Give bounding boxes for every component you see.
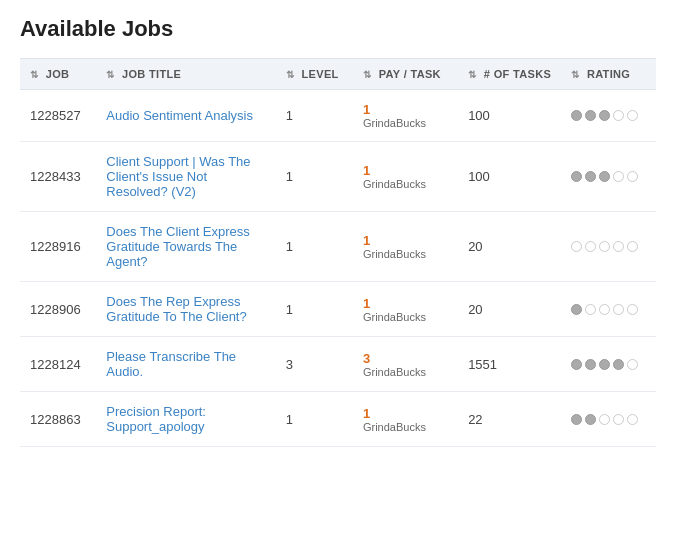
sort-icon-tasks: ⇅ — [468, 69, 476, 80]
rating-dot-empty — [585, 304, 596, 315]
cell-job-title[interactable]: Does The Rep Express Gratitude To The Cl… — [96, 282, 276, 337]
sort-icon-rating: ⇅ — [571, 69, 579, 80]
sort-icon-level: ⇅ — [286, 69, 294, 80]
rating-dots — [571, 304, 646, 315]
rating-dot-empty — [613, 241, 624, 252]
rating-dot-empty — [599, 241, 610, 252]
col-header-job[interactable]: ⇅ JOB — [20, 59, 96, 90]
pay-amount: 1 — [363, 233, 370, 248]
pay-currency: GrindaBucks — [363, 366, 448, 378]
col-header-job-title[interactable]: ⇅ JOB TITLE — [96, 59, 276, 90]
cell-level: 1 — [276, 392, 353, 447]
rating-dots — [571, 241, 646, 252]
cell-job-id: 1228906 — [20, 282, 96, 337]
cell-rating — [561, 212, 656, 282]
rating-dot-filled — [599, 359, 610, 370]
rating-dot-empty — [627, 171, 638, 182]
rating-dot-filled — [613, 359, 624, 370]
cell-num-tasks: 1551 — [458, 337, 561, 392]
cell-level: 1 — [276, 142, 353, 212]
rating-dot-filled — [571, 304, 582, 315]
table-row: 1228433Client Support | Was The Client's… — [20, 142, 656, 212]
pay-currency: GrindaBucks — [363, 311, 448, 323]
rating-dot-empty — [613, 304, 624, 315]
job-title-link[interactable]: Does The Rep Express Gratitude To The Cl… — [106, 294, 266, 324]
rating-dot-empty — [627, 414, 638, 425]
cell-job-title[interactable]: Please Transcribe The Audio. — [96, 337, 276, 392]
rating-dots — [571, 171, 646, 182]
rating-dots — [571, 414, 646, 425]
table-row: 1228906Does The Rep Express Gratitude To… — [20, 282, 656, 337]
cell-job-title[interactable]: Client Support | Was The Client's Issue … — [96, 142, 276, 212]
rating-dot-empty — [599, 304, 610, 315]
cell-num-tasks: 20 — [458, 212, 561, 282]
pay-currency: GrindaBucks — [363, 248, 448, 260]
pay-amount: 3 — [363, 351, 370, 366]
rating-dot-filled — [571, 359, 582, 370]
page-title: Available Jobs — [20, 16, 656, 42]
cell-level: 1 — [276, 212, 353, 282]
rating-dot-empty — [613, 414, 624, 425]
rating-dot-filled — [585, 414, 596, 425]
rating-dot-empty — [613, 171, 624, 182]
col-header-level[interactable]: ⇅ LEVEL — [276, 59, 353, 90]
cell-rating — [561, 337, 656, 392]
col-header-pay[interactable]: ⇅ PAY / TASK — [353, 59, 458, 90]
job-title-link[interactable]: Please Transcribe The Audio. — [106, 349, 266, 379]
pay-currency: GrindaBucks — [363, 117, 448, 129]
rating-dot-empty — [627, 241, 638, 252]
cell-job-id: 1228527 — [20, 90, 96, 142]
sort-icon-pay: ⇅ — [363, 69, 371, 80]
cell-level: 1 — [276, 90, 353, 142]
pay-amount: 1 — [363, 406, 370, 421]
pay-amount: 1 — [363, 163, 370, 178]
job-title-link[interactable]: Precision Report: Support_apology — [106, 404, 266, 434]
cell-rating — [561, 142, 656, 212]
col-header-rating[interactable]: ⇅ RATING — [561, 59, 656, 90]
cell-num-tasks: 22 — [458, 392, 561, 447]
cell-num-tasks: 20 — [458, 282, 561, 337]
rating-dot-filled — [571, 414, 582, 425]
pay-amount: 1 — [363, 296, 370, 311]
rating-dot-filled — [599, 110, 610, 121]
table-row: 1228863Precision Report: Support_apology… — [20, 392, 656, 447]
rating-dot-filled — [585, 110, 596, 121]
cell-job-id: 1228433 — [20, 142, 96, 212]
rating-dots — [571, 359, 646, 370]
cell-job-id: 1228863 — [20, 392, 96, 447]
job-title-link[interactable]: Does The Client Express Gratitude Toward… — [106, 224, 266, 269]
cell-num-tasks: 100 — [458, 90, 561, 142]
sort-icon-job: ⇅ — [30, 69, 38, 80]
sort-icon-job-title: ⇅ — [106, 69, 114, 80]
cell-job-title[interactable]: Does The Client Express Gratitude Toward… — [96, 212, 276, 282]
rating-dot-filled — [585, 359, 596, 370]
cell-pay: 1GrindaBucks — [353, 90, 458, 142]
table-row: 1228527Audio Sentiment Analysis11GrindaB… — [20, 90, 656, 142]
pay-currency: GrindaBucks — [363, 421, 448, 433]
rating-dot-empty — [627, 304, 638, 315]
cell-job-title[interactable]: Precision Report: Support_apology — [96, 392, 276, 447]
rating-dot-filled — [585, 171, 596, 182]
col-header-tasks[interactable]: ⇅ # OF TASKS — [458, 59, 561, 90]
rating-dot-filled — [571, 171, 582, 182]
cell-rating — [561, 282, 656, 337]
rating-dot-empty — [627, 110, 638, 121]
cell-pay: 1GrindaBucks — [353, 282, 458, 337]
cell-job-title[interactable]: Audio Sentiment Analysis — [96, 90, 276, 142]
jobs-table: ⇅ JOB ⇅ JOB TITLE ⇅ LEVEL ⇅ PAY / TASK ⇅… — [20, 58, 656, 447]
cell-rating — [561, 90, 656, 142]
rating-dot-filled — [571, 110, 582, 121]
rating-dot-empty — [613, 110, 624, 121]
pay-currency: GrindaBucks — [363, 178, 448, 190]
rating-dot-filled — [599, 171, 610, 182]
rating-dots — [571, 110, 646, 121]
rating-dot-empty — [599, 414, 610, 425]
job-title-link[interactable]: Client Support | Was The Client's Issue … — [106, 154, 266, 199]
table-header-row: ⇅ JOB ⇅ JOB TITLE ⇅ LEVEL ⇅ PAY / TASK ⇅… — [20, 59, 656, 90]
table-row: 1228916Does The Client Express Gratitude… — [20, 212, 656, 282]
job-title-link[interactable]: Audio Sentiment Analysis — [106, 108, 266, 123]
rating-dot-empty — [571, 241, 582, 252]
cell-job-id: 1228124 — [20, 337, 96, 392]
cell-pay: 3GrindaBucks — [353, 337, 458, 392]
cell-pay: 1GrindaBucks — [353, 392, 458, 447]
